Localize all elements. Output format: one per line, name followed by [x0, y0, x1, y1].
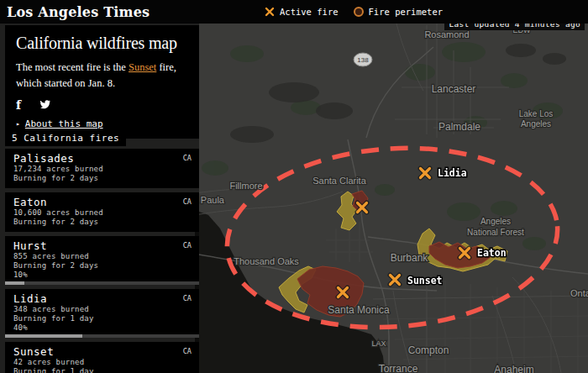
- burn-duration: Burning for 2 days: [13, 174, 191, 183]
- legend-active-fire: Active fire: [265, 7, 339, 17]
- fire-perimeter-icon: [354, 7, 364, 17]
- svg-text:138: 138: [357, 56, 369, 64]
- map-label: LAX: [371, 339, 386, 348]
- fire-list: Palisades CA 17,234 acres burned Burning…: [5, 149, 199, 373]
- map-label: Thousand Oaks: [234, 256, 299, 266]
- map-legend: Active fire Fire perimeter: [265, 0, 443, 24]
- map-label: Lancaster: [432, 83, 476, 95]
- fire-label: Eaton: [477, 247, 507, 259]
- map-label: Fillmore: [229, 181, 262, 191]
- map-label: Compton: [408, 344, 449, 356]
- map-label: Burbank: [391, 252, 429, 264]
- map-label: Ontario: [570, 288, 588, 298]
- map-label: Palmdale: [438, 121, 480, 133]
- highway-shield-138: 138: [354, 53, 372, 66]
- state-badge: CA: [183, 197, 192, 206]
- fire-name: Palisades: [13, 153, 191, 165]
- map-label: Angeles: [521, 119, 551, 129]
- fire-card-hurst[interactable]: Hurst CA 855 acres burned Burning for 2 …: [5, 236, 199, 285]
- legend-fire-perimeter-label: Fire perimeter: [369, 7, 444, 17]
- acres-burned: 855 acres burned: [13, 252, 191, 261]
- burn-duration: Burning for 2 days: [13, 261, 191, 271]
- fire-card-lidia[interactable]: Lidia CA 348 acres burned Burning for 1 …: [5, 289, 199, 338]
- state-badge: CA: [183, 347, 192, 355]
- map-label: Lake Los: [519, 109, 554, 118]
- map-label: Rosamond: [424, 29, 469, 39]
- containment-bar-fill: [5, 334, 82, 338]
- app-root: Rosamond EDW Lancaster Lake Los Angeles …: [0, 0, 588, 373]
- map-label: Santa Clarita: [312, 176, 366, 186]
- active-fire-icon: [265, 7, 275, 17]
- acres-burned: 348 acres burned: [13, 305, 191, 314]
- twitter-icon[interactable]: [39, 100, 50, 109]
- fire-label: Sunset: [407, 275, 443, 286]
- containment-bar: [5, 334, 199, 338]
- acres-burned: 17,234 acres burned: [13, 165, 191, 174]
- disclosure-arrow-icon: ▸: [16, 120, 20, 128]
- top-bar: Los Angeles Times Active fire Fire perim…: [0, 0, 588, 24]
- info-panel: California wildfires map The most recent…: [5, 25, 199, 139]
- fire-name: Sunset: [13, 346, 191, 358]
- map-label: Angeles: [480, 217, 511, 226]
- state-badge: CA: [183, 294, 192, 302]
- intro-text: The most recent fire is the Sunset fire,…: [16, 60, 188, 92]
- page-title: California wildfires map: [16, 34, 188, 53]
- lat-logo[interactable]: Los Angeles Times: [7, 4, 150, 20]
- burn-duration: Burning for 1 day: [13, 367, 191, 373]
- about-map-label: About this map: [25, 118, 103, 129]
- state-badge: CA: [183, 241, 192, 250]
- fire-label: Lidia: [438, 167, 467, 179]
- sunset-fire-link[interactable]: Sunset: [129, 61, 156, 73]
- burn-duration: Burning for 2 days: [13, 218, 191, 227]
- acres-burned: 10,600 acres burned: [13, 208, 191, 218]
- fire-name: Hurst: [13, 240, 191, 252]
- fires-count-label: 5 California fires: [5, 131, 126, 146]
- containment-bar: [5, 281, 199, 285]
- map-label: Santa Monica: [328, 304, 390, 316]
- fire-card-sunset[interactable]: Sunset CA 42 acres burned Burning for 1 …: [5, 342, 199, 373]
- map-label: Torrance: [379, 363, 418, 373]
- state-badge: CA: [183, 154, 192, 162]
- legend-fire-perimeter: Fire perimeter: [354, 7, 444, 17]
- map-label: Anaheim: [494, 364, 533, 373]
- share-row: f: [16, 99, 188, 111]
- containment-pct: 40%: [13, 323, 191, 333]
- legend-active-fire-label: Active fire: [280, 7, 339, 17]
- about-map-link[interactable]: ▸ About this map: [16, 118, 188, 129]
- facebook-icon[interactable]: f: [16, 99, 21, 111]
- fire-name: Eaton: [13, 197, 191, 208]
- containment-pct: 10%: [13, 271, 191, 280]
- fire-card-palisades[interactable]: Palisades CA 17,234 acres burned Burning…: [5, 149, 199, 188]
- acres-burned: 42 acres burned: [13, 358, 191, 367]
- intro-prefix: The most recent fire is the: [16, 61, 129, 73]
- map-label: National Forest: [467, 228, 524, 237]
- containment-bar-fill: [5, 281, 24, 285]
- fire-card-eaton[interactable]: Eaton CA 10,600 acres burned Burning for…: [5, 192, 199, 232]
- burn-duration: Burning for 1 day: [13, 314, 191, 323]
- fire-name: Lidia: [13, 293, 191, 305]
